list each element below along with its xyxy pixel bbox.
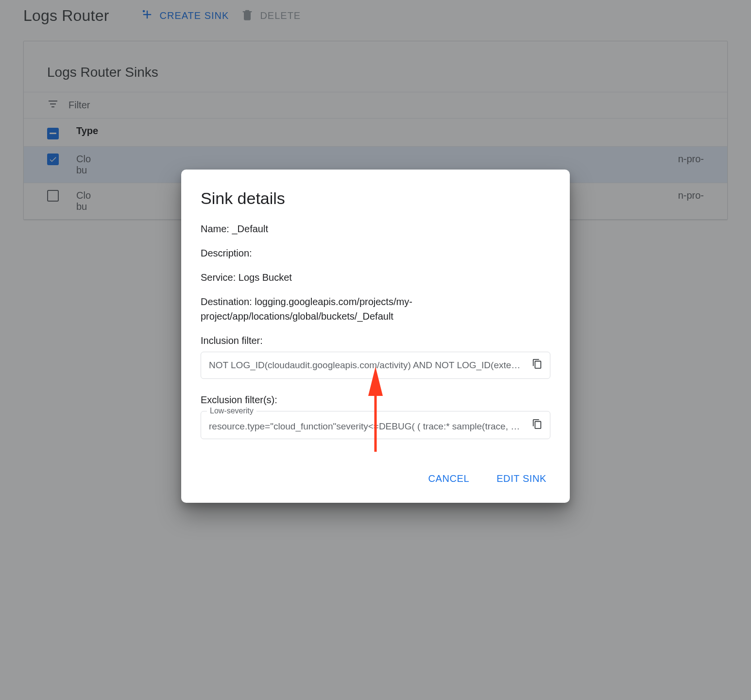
copy-inclusion-button[interactable] [529, 358, 545, 373]
exclusion-legend: Low-severity [207, 407, 256, 415]
inclusion-filter-label: Inclusion filter: [201, 333, 550, 348]
copy-icon [532, 359, 543, 372]
sink-service: Service: Logs Bucket [201, 270, 550, 285]
edit-sink-button[interactable]: EDIT SINK [493, 468, 550, 489]
copy-icon [532, 419, 543, 431]
exclusion-filter-label: Exclusion filter(s): [201, 393, 550, 407]
cancel-button[interactable]: CANCEL [424, 468, 473, 489]
sink-description: Description: [201, 246, 550, 260]
dialog-actions: CANCEL EDIT SINK [201, 468, 550, 489]
inclusion-filter-value: NOT LOG_ID(cloudaudit.googleapis.com/act… [209, 360, 542, 370]
sink-destination: Destination: logging.googleapis.com/proj… [201, 294, 550, 324]
exclusion-filter-value: resource.type="cloud_function"severity<=… [209, 421, 523, 432]
sink-details-dialog: Sink details Name: _Default Description:… [181, 170, 570, 503]
copy-exclusion-button[interactable] [529, 417, 545, 433]
dialog-title: Sink details [201, 189, 550, 208]
inclusion-filter-box: NOT LOG_ID(cloudaudit.googleapis.com/act… [201, 352, 550, 379]
exclusion-filter-box: Low-severity resource.type="cloud_functi… [201, 411, 550, 439]
sink-name: Name: _Default [201, 222, 550, 236]
